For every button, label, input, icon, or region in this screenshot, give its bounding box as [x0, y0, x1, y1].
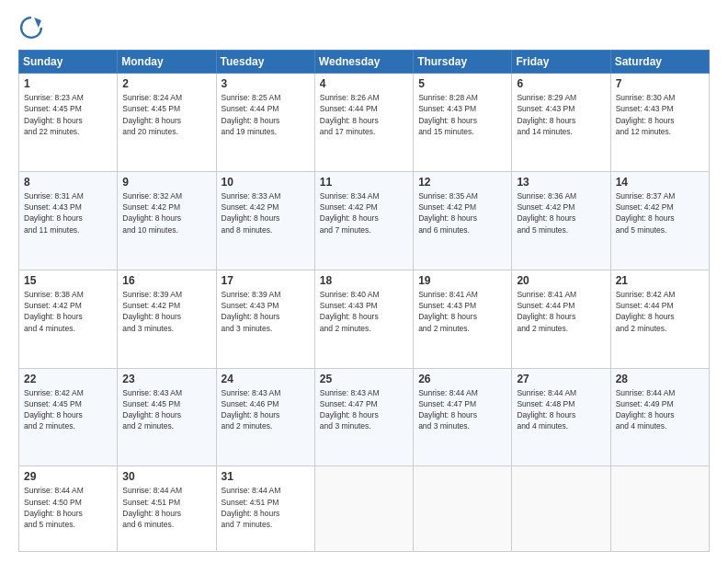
day-number: 3: [222, 77, 310, 90]
calendar-cell: 22 Sunrise: 8:42 AM Sunset: 4:45 PM Dayl…: [19, 368, 118, 466]
calendar-cell: 15 Sunrise: 8:38 AM Sunset: 4:42 PM Dayl…: [19, 270, 118, 368]
day-number: 18: [320, 274, 408, 287]
day-number: 5: [418, 77, 506, 90]
day-info: Sunrise: 8:40 AM Sunset: 4:43 PM Dayligh…: [320, 289, 408, 334]
day-info: Sunrise: 8:44 AM Sunset: 4:48 PM Dayligh…: [517, 387, 605, 432]
calendar-cell: 6 Sunrise: 8:29 AM Sunset: 4:43 PM Dayli…: [512, 74, 610, 172]
calendar-cell: 4 Sunrise: 8:26 AM Sunset: 4:44 PM Dayli…: [314, 74, 413, 172]
calendar-cell: 24 Sunrise: 8:43 AM Sunset: 4:46 PM Dayl…: [216, 368, 314, 466]
calendar-cell: 20 Sunrise: 8:41 AM Sunset: 4:44 PM Dayl…: [512, 270, 610, 368]
calendar-header-row: SundayMondayTuesdayWednesdayThursdayFrid…: [19, 51, 710, 74]
calendar-cell: 10 Sunrise: 8:33 AM Sunset: 4:42 PM Dayl…: [216, 171, 314, 270]
day-number: 4: [320, 77, 408, 90]
day-info: Sunrise: 8:31 AM Sunset: 4:43 PM Dayligh…: [24, 190, 112, 236]
day-number: 25: [320, 373, 408, 385]
day-info: Sunrise: 8:44 AM Sunset: 4:51 PM Dayligh…: [222, 485, 310, 530]
day-number: 27: [517, 373, 605, 385]
calendar-cell: 25 Sunrise: 8:43 AM Sunset: 4:47 PM Dayl…: [314, 368, 413, 466]
calendar-cell: 16 Sunrise: 8:39 AM Sunset: 4:42 PM Dayl…: [118, 270, 216, 368]
day-number: 30: [122, 470, 210, 483]
calendar-cell: 14 Sunrise: 8:37 AM Sunset: 4:42 PM Dayl…: [610, 171, 709, 270]
day-number: 16: [122, 274, 210, 287]
day-number: 2: [122, 77, 210, 90]
day-info: Sunrise: 8:43 AM Sunset: 4:47 PM Dayligh…: [320, 387, 408, 432]
logo-icon: [18, 15, 44, 40]
day-number: 10: [222, 176, 310, 189]
calendar-cell: [610, 466, 709, 552]
day-info: Sunrise: 8:42 AM Sunset: 4:44 PM Dayligh…: [616, 289, 704, 334]
calendar-week-2: 8 Sunrise: 8:31 AM Sunset: 4:43 PM Dayli…: [19, 171, 710, 270]
day-info: Sunrise: 8:35 AM Sunset: 4:42 PM Dayligh…: [418, 190, 506, 236]
day-info: Sunrise: 8:33 AM Sunset: 4:42 PM Dayligh…: [222, 190, 310, 236]
calendar-cell: 12 Sunrise: 8:35 AM Sunset: 4:42 PM Dayl…: [414, 171, 512, 270]
day-number: 26: [418, 373, 506, 385]
calendar-cell: 18 Sunrise: 8:40 AM Sunset: 4:43 PM Dayl…: [314, 270, 413, 368]
calendar-cell: 31 Sunrise: 8:44 AM Sunset: 4:51 PM Dayl…: [216, 466, 314, 552]
calendar-header-wednesday: Wednesday: [314, 51, 413, 74]
calendar-cell: 5 Sunrise: 8:28 AM Sunset: 4:43 PM Dayli…: [414, 74, 512, 172]
day-info: Sunrise: 8:39 AM Sunset: 4:43 PM Dayligh…: [222, 289, 310, 334]
day-number: 13: [517, 176, 605, 189]
calendar-cell: 28 Sunrise: 8:44 AM Sunset: 4:49 PM Dayl…: [610, 368, 709, 466]
day-number: 19: [418, 274, 506, 287]
calendar-header-friday: Friday: [512, 51, 610, 74]
calendar-cell: 21 Sunrise: 8:42 AM Sunset: 4:44 PM Dayl…: [610, 270, 709, 368]
calendar-cell: 11 Sunrise: 8:34 AM Sunset: 4:42 PM Dayl…: [314, 171, 413, 270]
calendar-header-thursday: Thursday: [414, 51, 512, 74]
day-number: 6: [517, 77, 605, 90]
calendar-cell: 3 Sunrise: 8:25 AM Sunset: 4:44 PM Dayli…: [216, 74, 314, 172]
calendar-cell: 27 Sunrise: 8:44 AM Sunset: 4:48 PM Dayl…: [512, 368, 610, 466]
calendar-cell: 30 Sunrise: 8:44 AM Sunset: 4:51 PM Dayl…: [118, 466, 216, 552]
day-info: Sunrise: 8:28 AM Sunset: 4:43 PM Dayligh…: [418, 92, 506, 137]
calendar-cell: 8 Sunrise: 8:31 AM Sunset: 4:43 PM Dayli…: [19, 171, 118, 270]
calendar-header-saturday: Saturday: [610, 51, 709, 74]
day-info: Sunrise: 8:24 AM Sunset: 4:45 PM Dayligh…: [122, 92, 210, 137]
calendar-header-tuesday: Tuesday: [216, 51, 314, 74]
day-number: 9: [122, 176, 210, 189]
day-number: 8: [24, 176, 112, 189]
calendar-cell: 7 Sunrise: 8:30 AM Sunset: 4:43 PM Dayli…: [610, 74, 709, 172]
calendar-cell: 2 Sunrise: 8:24 AM Sunset: 4:45 PM Dayli…: [118, 74, 216, 172]
calendar-cell: 26 Sunrise: 8:44 AM Sunset: 4:47 PM Dayl…: [414, 368, 512, 466]
day-number: 17: [222, 274, 310, 287]
day-info: Sunrise: 8:30 AM Sunset: 4:43 PM Dayligh…: [616, 92, 704, 137]
day-info: Sunrise: 8:44 AM Sunset: 4:47 PM Dayligh…: [418, 387, 506, 432]
calendar-cell: 9 Sunrise: 8:32 AM Sunset: 4:42 PM Dayli…: [118, 171, 216, 270]
day-info: Sunrise: 8:43 AM Sunset: 4:45 PM Dayligh…: [122, 387, 210, 432]
day-info: Sunrise: 8:44 AM Sunset: 4:49 PM Dayligh…: [616, 387, 704, 432]
day-number: 21: [616, 274, 704, 287]
day-info: Sunrise: 8:34 AM Sunset: 4:42 PM Dayligh…: [320, 190, 408, 236]
logo: [18, 15, 48, 40]
calendar-cell: [314, 466, 413, 552]
day-info: Sunrise: 8:39 AM Sunset: 4:42 PM Dayligh…: [122, 289, 210, 334]
day-number: 11: [320, 176, 408, 189]
day-number: 15: [24, 274, 112, 287]
day-info: Sunrise: 8:44 AM Sunset: 4:51 PM Dayligh…: [122, 485, 210, 530]
day-info: Sunrise: 8:41 AM Sunset: 4:43 PM Dayligh…: [418, 289, 506, 334]
calendar-week-1: 1 Sunrise: 8:23 AM Sunset: 4:45 PM Dayli…: [19, 74, 710, 172]
day-number: 1: [24, 77, 112, 90]
day-info: Sunrise: 8:23 AM Sunset: 4:45 PM Dayligh…: [24, 92, 112, 137]
calendar-table: SundayMondayTuesdayWednesdayThursdayFrid…: [18, 50, 710, 552]
calendar-cell: 19 Sunrise: 8:41 AM Sunset: 4:43 PM Dayl…: [414, 270, 512, 368]
calendar-cell: 13 Sunrise: 8:36 AM Sunset: 4:42 PM Dayl…: [512, 171, 610, 270]
day-number: 14: [616, 176, 704, 189]
day-number: 22: [24, 373, 112, 385]
calendar-week-5: 29 Sunrise: 8:44 AM Sunset: 4:50 PM Dayl…: [19, 466, 710, 552]
calendar-cell: 23 Sunrise: 8:43 AM Sunset: 4:45 PM Dayl…: [118, 368, 216, 466]
calendar-cell: [512, 466, 610, 552]
calendar-cell: [414, 466, 512, 552]
calendar-cell: 29 Sunrise: 8:44 AM Sunset: 4:50 PM Dayl…: [19, 466, 118, 552]
calendar-week-3: 15 Sunrise: 8:38 AM Sunset: 4:42 PM Dayl…: [19, 270, 710, 368]
day-info: Sunrise: 8:38 AM Sunset: 4:42 PM Dayligh…: [24, 289, 112, 334]
day-number: 23: [122, 373, 210, 385]
day-number: 28: [616, 373, 704, 385]
day-info: Sunrise: 8:25 AM Sunset: 4:44 PM Dayligh…: [222, 92, 310, 137]
day-info: Sunrise: 8:43 AM Sunset: 4:46 PM Dayligh…: [222, 387, 310, 432]
calendar-cell: 1 Sunrise: 8:23 AM Sunset: 4:45 PM Dayli…: [19, 74, 118, 172]
calendar-header-monday: Monday: [118, 51, 216, 74]
calendar-cell: 17 Sunrise: 8:39 AM Sunset: 4:43 PM Dayl…: [216, 270, 314, 368]
calendar-week-4: 22 Sunrise: 8:42 AM Sunset: 4:45 PM Dayl…: [19, 368, 710, 466]
day-info: Sunrise: 8:44 AM Sunset: 4:50 PM Dayligh…: [24, 485, 112, 530]
day-info: Sunrise: 8:37 AM Sunset: 4:42 PM Dayligh…: [616, 190, 704, 236]
